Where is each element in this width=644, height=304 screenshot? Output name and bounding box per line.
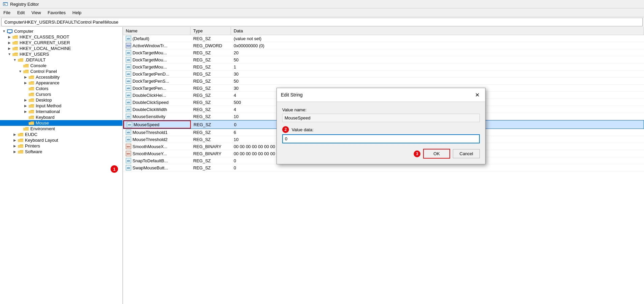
dialog-close-button[interactable]: ✕ [473,91,481,99]
expand-desktop[interactable]: ▶ [23,98,28,102]
expand-printers[interactable]: ▶ [12,144,18,148]
menu-favorites[interactable]: Favorites [44,9,69,16]
list-cell-data: 20 [231,49,644,56]
svg-rect-24 [18,134,23,136]
expand-international[interactable]: ▶ [23,110,28,113]
reg-icon-sz: ab [126,64,131,70]
expand-hklm[interactable]: ▶ [7,47,12,50]
list-row[interactable]: 010 ActiveWindowTr... REG_DWORD 0x000000… [123,42,644,49]
list-cell-data: (value not set) [231,35,644,42]
svg-rect-2 [4,4,5,4]
edit-string-dialog[interactable]: Edit String ✕ Value name: 2 Value data: … [276,88,486,164]
tree-item-colors[interactable]: ▶ Colors [0,86,122,91]
ok-button[interactable]: OK [423,149,450,159]
tree-item-hkcu[interactable]: ▶ HKEY_CURRENT_USER [0,40,122,46]
expand-hku[interactable]: ▼ [7,52,12,56]
header-data: Data [231,27,644,35]
folder-icon-software [18,149,24,154]
expand-controlpanel[interactable]: ▼ [18,70,23,73]
list-row[interactable]: ab DockTargetPenD... REG_SZ 30 [123,71,644,78]
list-row[interactable]: ab SwapMouseButt... REG_SZ 0 [123,164,644,171]
svg-rect-27 [18,151,23,154]
tree-item-environment[interactable]: ▶ Environment [0,126,122,132]
value-data-label-row: 2 Value data: [282,126,480,133]
tree-item-desktop[interactable]: ▶ Desktop [0,97,122,103]
expand-computer[interactable]: ▼ [1,29,7,33]
svg-rect-13 [23,71,29,73]
list-cell-name: ab DockTargetPenS... [123,78,191,84]
expand-eudc[interactable]: ▶ [12,133,18,136]
list-cell-name: ab MouseSensitivity [123,113,191,120]
header-type: Type [191,27,231,35]
folder-icon-cursors [28,92,34,97]
tree-item-inputmethod[interactable]: ▶ Input Method [0,103,122,109]
list-cell-name: 010 ActiveWindowTr... [123,42,191,49]
tree-item-hkcr[interactable]: ▶ HKEY_CLASSES_ROOT [0,34,122,40]
tree-label-cursors: Cursors [36,92,51,97]
expand-keyboardlayout[interactable]: ▶ [12,138,18,142]
tree-item-accessibility[interactable]: ▶ Accessibility [0,74,122,80]
tree-item-hku[interactable]: ▼ HKEY_USERS [0,51,122,57]
expand-default[interactable]: ▼ [12,58,18,62]
svg-rect-11 [18,59,23,62]
tree-item-eudc[interactable]: ▶ EUDC [0,132,122,137]
list-cell-type: REG_SZ [191,63,231,70]
menu-edit[interactable]: Edit [14,9,28,16]
tree-label-controlpanel: Control Panel [30,69,57,74]
tree-item-printers[interactable]: ▶ Printers [0,143,122,149]
expand-hkcu[interactable]: ▶ [7,41,12,45]
title-bar-text: Registry Editor [10,2,39,7]
list-row[interactable]: ab (Default) REG_SZ (value not set) [123,35,644,42]
list-row[interactable]: ab DockTargetPenS... REG_SZ 50 [123,78,644,85]
menu-help[interactable]: Help [69,9,85,16]
list-cell-name: bin SmoothMouseX... [123,143,191,150]
list-cell-type: REG_SZ [191,113,231,120]
list-row[interactable]: ab DockTargetMou... REG_SZ 1 [123,63,644,71]
tree-item-cursors[interactable]: ▶ Cursors [0,91,122,97]
expand-software[interactable]: ▶ [12,150,18,154]
list-cell-type: REG_DWORD [191,42,231,49]
tree-label-environment: Environment [30,126,55,131]
list-row[interactable]: ab DockTargetMou... REG_SZ 20 [123,49,644,56]
tree-item-keyboard[interactable]: ▶ Keyboard [0,114,122,120]
tree-item-appearance[interactable]: ▶ Appearance [0,80,122,86]
tree-label-computer: Computer [14,29,33,34]
list-cell-data: 50 [231,56,644,63]
tree-item-international[interactable]: ▶ International [0,109,122,114]
value-name-input[interactable] [282,114,480,122]
expand-hkcr[interactable]: ▶ [7,35,12,39]
tree-item-console[interactable]: ▶ Console [0,63,122,68]
tree-item-computer[interactable]: ▼ Computer [0,28,122,34]
list-cell-name: ab (Default) [123,35,191,42]
tree-label-software: Software [25,149,42,154]
list-cell-name: ab MouseSpeed [123,120,191,129]
tree-label-appearance: Appearance [36,80,59,85]
reg-icon-sz: ab [126,107,131,112]
list-header: Name Type Data [123,27,644,35]
tree-pane[interactable]: ▼ Computer ▶ HKEY_CLASSES_ROOT ▶ [0,27,123,304]
tree-item-keyboardlayout[interactable]: ▶ Keyboard Layout [0,137,122,143]
menu-view[interactable]: View [28,9,44,16]
expand-accessibility[interactable]: ▶ [23,75,28,79]
menu-bar: File Edit View Favorites Help [0,8,644,17]
tree-item-controlpanel[interactable]: ▼ Control Panel [0,68,122,74]
expand-inputmethod[interactable]: ▶ [23,104,28,108]
value-data-input[interactable] [282,134,480,143]
tree-item-mouse[interactable]: ▶ Mouse [0,120,122,126]
svg-rect-18 [29,100,34,102]
list-cell-type: REG_SZ [191,56,231,63]
list-cell-type: REG_SZ [191,120,231,129]
tree-item-hklm[interactable]: ▶ HKEY_LOCAL_MACHINE [0,46,122,51]
reg-icon-sz: ab [126,57,131,62]
list-row[interactable]: ab DockTargetMou... REG_SZ 50 [123,56,644,63]
list-pane[interactable]: Name Type Data ab (Default) REG_SZ (valu… [123,27,644,304]
tree-label-mouse: Mouse [36,120,49,126]
menu-file[interactable]: File [0,9,14,16]
svg-rect-3 [4,4,6,5]
expand-appearance[interactable]: ▶ [23,81,28,85]
tree-item-default[interactable]: ▼ .DEFAULT [0,57,122,63]
tree-item-software[interactable]: ▶ Software [0,149,122,155]
cancel-button[interactable]: Cancel [453,149,480,158]
list-cell-type: REG_SZ [191,164,231,171]
list-cell-type: REG_SZ [191,136,231,143]
